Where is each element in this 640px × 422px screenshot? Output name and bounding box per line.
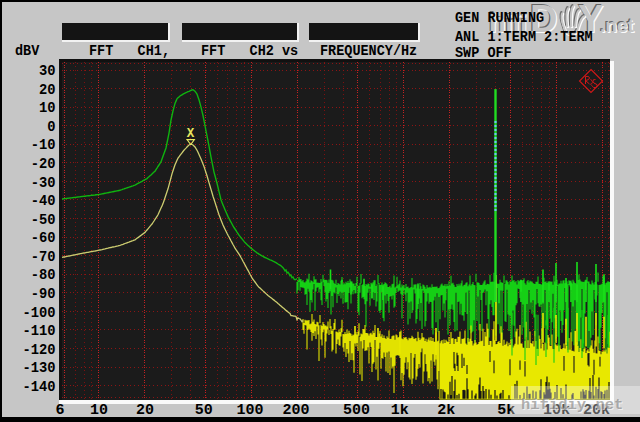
svg-text:X: X	[187, 127, 195, 141]
